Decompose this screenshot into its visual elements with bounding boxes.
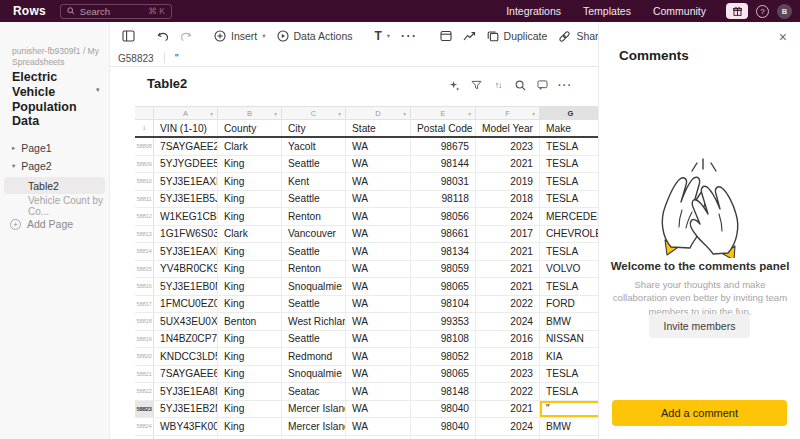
cell[interactable]: WA xyxy=(346,261,411,278)
cell[interactable]: 98065 xyxy=(411,278,476,295)
row-number[interactable]: 1 xyxy=(135,120,154,136)
cell[interactable]: 2017 xyxy=(476,226,540,243)
chevron-down-icon[interactable]: ▾ xyxy=(403,111,406,117)
cell[interactable]: Redmond xyxy=(282,348,346,365)
cell[interactable]: NISSAN xyxy=(540,331,598,348)
selected-cell[interactable]: " xyxy=(540,401,598,418)
cell[interactable]: 2018 xyxy=(476,191,540,208)
cell[interactable]: 2021 xyxy=(476,243,540,260)
chevron-down-icon[interactable]: ▾ xyxy=(210,111,213,117)
chevron-down-icon[interactable]: ▾ xyxy=(274,111,277,117)
cell[interactable]: WA xyxy=(346,138,411,155)
cell[interactable]: 2018 xyxy=(476,348,540,365)
header-cell[interactable]: County xyxy=(218,120,282,136)
cell[interactable] xyxy=(476,436,540,439)
row-number[interactable]: 58821 xyxy=(135,366,154,383)
cell[interactable]: WA xyxy=(346,173,411,190)
cell[interactable]: 98134 xyxy=(411,243,476,260)
cell[interactable]: WA xyxy=(346,296,411,313)
cell[interactable]: King xyxy=(218,191,282,208)
formula-input[interactable]: " xyxy=(175,53,179,64)
cell[interactable]: 98108 xyxy=(411,331,476,348)
row-number[interactable]: 58817 xyxy=(135,296,154,313)
cell[interactable] xyxy=(282,436,346,439)
cell[interactable]: 2023 xyxy=(476,138,540,155)
cell[interactable] xyxy=(218,436,282,439)
filter-icon[interactable] xyxy=(470,79,482,91)
cell[interactable]: 5YJ3E1EAXM xyxy=(154,243,218,260)
cell[interactable]: TESLA xyxy=(540,366,598,383)
cell[interactable]: TESLA xyxy=(540,278,598,295)
chevron-down-icon[interactable]: ▾ xyxy=(12,162,15,170)
search-table-icon[interactable] xyxy=(514,79,526,91)
column-header-G[interactable]: G xyxy=(540,106,598,120)
cell[interactable]: Mercer Island xyxy=(282,418,346,435)
cell[interactable]: West Richland xyxy=(282,313,346,330)
invite-members-button[interactable]: Invite members xyxy=(649,314,751,338)
cell[interactable]: 2019 xyxy=(476,173,540,190)
cell[interactable]: Yacolt xyxy=(282,138,346,155)
cell[interactable]: WA xyxy=(346,331,411,348)
cell[interactable]: WA xyxy=(346,208,411,225)
column-header-F[interactable]: F▾ xyxy=(476,106,540,120)
cell[interactable]: Clark xyxy=(218,226,282,243)
cell[interactable]: Clark xyxy=(218,138,282,155)
cell[interactable]: King xyxy=(218,278,282,295)
cell[interactable]: 2023 xyxy=(476,366,540,383)
cell[interactable]: WA xyxy=(346,313,411,330)
row-number[interactable]: 58812 xyxy=(135,208,154,225)
cell[interactable]: TESLA xyxy=(540,138,598,155)
cell[interactable]: BMW xyxy=(540,418,598,435)
row-number[interactable]: 58822 xyxy=(135,383,154,400)
header-cell[interactable]: Model Year xyxy=(476,120,540,136)
cell[interactable]: King xyxy=(218,296,282,313)
header-cell[interactable]: Postal Code xyxy=(411,120,476,136)
data-actions-button[interactable]: Data Actions xyxy=(277,30,353,42)
cell[interactable]: 2022 xyxy=(476,383,540,400)
cell[interactable]: Mercer Island xyxy=(282,401,346,418)
cell[interactable]: King xyxy=(218,208,282,225)
cell[interactable]: King xyxy=(218,156,282,173)
cell[interactable] xyxy=(540,436,598,439)
cell[interactable]: MERCEDES-BENZ xyxy=(540,208,598,225)
cell[interactable]: 7SAYGAEE6P xyxy=(154,366,218,383)
cell[interactable]: Seattle xyxy=(282,296,346,313)
cell[interactable]: WA xyxy=(346,243,411,260)
redo-icon[interactable] xyxy=(180,31,192,42)
row-number[interactable]: 58819 xyxy=(135,331,154,348)
cell[interactable]: WA xyxy=(346,226,411,243)
cell[interactable]: WA xyxy=(346,366,411,383)
cell[interactable]: King xyxy=(218,383,282,400)
cell[interactable]: 5YJYGDEE5M xyxy=(154,156,218,173)
cell[interactable]: 98056 xyxy=(411,208,476,225)
cell[interactable]: Seattle xyxy=(282,156,346,173)
grid-corner[interactable] xyxy=(135,106,154,120)
undo-icon[interactable] xyxy=(157,31,169,42)
nav-link-templates[interactable]: Templates xyxy=(583,5,631,17)
cell[interactable]: 1N4BZ0CP7G xyxy=(154,331,218,348)
breadcrumb[interactable]: punisher-fb9309f1 / My Spreadsheets xyxy=(12,46,104,67)
cell[interactable]: 2021 xyxy=(476,156,540,173)
ai-sparkle-icon[interactable] xyxy=(448,79,460,91)
cell[interactable]: 2021 xyxy=(476,278,540,295)
cell[interactable]: King xyxy=(218,366,282,383)
header-cell[interactable]: Make xyxy=(540,120,598,136)
cell[interactable]: 2016 xyxy=(476,331,540,348)
add-page-button[interactable]: + Add Page xyxy=(10,218,73,230)
cell[interactable]: WA xyxy=(346,191,411,208)
row-number[interactable]: 58809 xyxy=(135,156,154,173)
cell[interactable]: King xyxy=(218,401,282,418)
cell[interactable]: Snoqualmie xyxy=(282,278,346,295)
cell[interactable]: 2021 xyxy=(476,401,540,418)
chevron-down-icon[interactable]: ▾ xyxy=(532,111,535,117)
cell[interactable]: 98661 xyxy=(411,226,476,243)
cell[interactable]: FORD xyxy=(540,296,598,313)
cell[interactable]: 5YJ3E1EB2M xyxy=(154,401,218,418)
chevron-down-icon[interactable]: ▾ xyxy=(468,111,471,117)
cell[interactable]: 98144 xyxy=(411,156,476,173)
chevron-down-icon[interactable]: ▾ xyxy=(96,86,100,94)
row-number[interactable]: 58824 xyxy=(135,418,154,435)
cell[interactable]: 2021 xyxy=(476,261,540,278)
cell[interactable]: 5YJ3E1EAXK xyxy=(154,173,218,190)
table-title[interactable]: Table2 xyxy=(147,76,187,91)
